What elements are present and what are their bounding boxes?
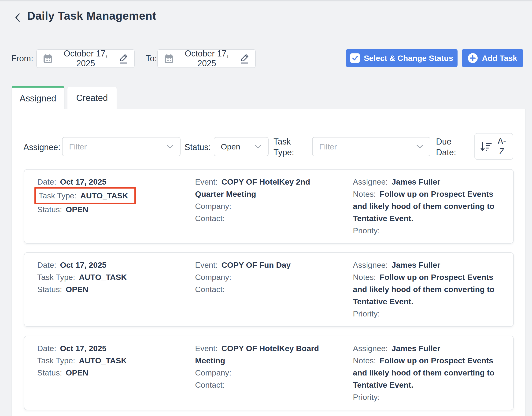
tab-created[interactable]: Created bbox=[67, 87, 117, 109]
tab-assigned-label: Assigned bbox=[20, 93, 56, 104]
task-type-line: Task Type:AUTO_TASK bbox=[37, 271, 168, 283]
task-type-line: Task Type:AUTO_TASK bbox=[37, 188, 168, 203]
to-date-picker[interactable]: October 17, 2025 bbox=[157, 49, 256, 68]
status-filter-value: Open bbox=[221, 142, 240, 151]
task-type-line: Task Type:AUTO_TASK bbox=[37, 354, 168, 367]
task-type-value: AUTO_TASK bbox=[80, 191, 128, 200]
notes-label: Notes: bbox=[353, 273, 376, 281]
chevron-left-icon bbox=[14, 12, 21, 23]
assignee-value: James Fuller bbox=[391, 261, 440, 269]
task-card[interactable]: Date:Oct 17, 2025 Task Type:AUTO_TASK St… bbox=[24, 252, 514, 327]
assignee-line: Assignee:James Fuller bbox=[353, 259, 503, 271]
add-task-button[interactable]: Add Task bbox=[462, 49, 523, 67]
page-title: Daily Task Management bbox=[27, 9, 156, 22]
date-label: Date: bbox=[37, 261, 56, 269]
assignee-filter-label: Assignee: bbox=[23, 142, 60, 152]
contact-line: Contact: bbox=[195, 379, 326, 391]
task-card-middle-column: Event:COPY OF HotelKey Board Meeting Com… bbox=[195, 342, 326, 403]
daily-task-management-page: Daily Task Management From: October 17, … bbox=[0, 0, 532, 416]
from-label: From: bbox=[11, 54, 33, 63]
priority-label: Priority: bbox=[353, 226, 380, 235]
tab-assigned[interactable]: Assigned bbox=[11, 86, 65, 109]
status-filter-dropdown[interactable]: Open bbox=[214, 137, 269, 156]
select-change-status-button[interactable]: Select & Change Status bbox=[346, 49, 457, 67]
task-card[interactable]: Date:Oct 17, 2025 Task Type:AUTO_TASK St… bbox=[24, 336, 514, 410]
contact-label: Contact: bbox=[195, 214, 225, 223]
status-line: Status:OPEN bbox=[37, 283, 168, 295]
notes-line: Notes:Follow up on Prospect Events and l… bbox=[353, 188, 503, 224]
event-line: Event:COPY OF HotelKey Board Meeting bbox=[195, 342, 326, 367]
assignee-line: Assignee:James Fuller bbox=[353, 342, 503, 354]
contact-label: Contact: bbox=[195, 380, 225, 389]
status-line: Status:OPEN bbox=[37, 203, 168, 215]
event-line: Event:COPY OF HotelKey 2nd Quarter Meeti… bbox=[195, 176, 326, 200]
task-card-middle-column: Event:COPY OF Fun Day Company: Contact: bbox=[195, 259, 326, 320]
calendar-icon bbox=[42, 53, 53, 64]
company-line: Company: bbox=[195, 367, 326, 379]
priority-line: Priority: bbox=[353, 308, 503, 320]
from-date-picker[interactable]: October 17, 2025 bbox=[36, 49, 135, 68]
task-type-label: Task Type: bbox=[39, 191, 76, 200]
company-line: Company: bbox=[195, 200, 326, 212]
priority-label: Priority: bbox=[353, 309, 380, 318]
task-card-right-column: Assignee:James Fuller Notes:Follow up on… bbox=[353, 176, 503, 237]
date-line: Date:Oct 17, 2025 bbox=[37, 259, 168, 271]
status-label: Status: bbox=[37, 205, 62, 214]
add-task-label: Add Task bbox=[482, 54, 517, 63]
date-line: Date:Oct 17, 2025 bbox=[37, 342, 168, 354]
event-label: Event: bbox=[195, 344, 218, 353]
select-change-status-label: Select & Change Status bbox=[364, 54, 453, 63]
assignee-filter-placeholder: Filter bbox=[69, 142, 87, 151]
task-card-right-column: Assignee:James Fuller Notes:Follow up on… bbox=[353, 342, 503, 403]
assignee-label: Assignee: bbox=[353, 177, 388, 186]
task-card-left-column: Date:Oct 17, 2025 Task Type:AUTO_TASK St… bbox=[37, 342, 168, 403]
to-label: To: bbox=[146, 54, 157, 63]
top-scrollbar-strip bbox=[0, 0, 532, 1]
edit-pencil-icon[interactable] bbox=[239, 53, 250, 64]
status-label: Status: bbox=[37, 368, 62, 377]
task-type-filter-placeholder: Filter bbox=[319, 142, 337, 151]
assignee-filter-dropdown[interactable]: Filter bbox=[62, 137, 180, 156]
status-label: Status: bbox=[37, 285, 62, 294]
task-type-highlight-box: Task Type:AUTO_TASK bbox=[34, 187, 136, 204]
task-type-label: Task Type: bbox=[37, 273, 75, 281]
priority-label: Priority: bbox=[353, 393, 380, 401]
task-card-middle-column: Event:COPY OF HotelKey 2nd Quarter Meeti… bbox=[195, 176, 326, 237]
back-button[interactable] bbox=[12, 12, 23, 23]
event-label: Event: bbox=[195, 177, 218, 186]
event-value: COPY OF Fun Day bbox=[221, 261, 291, 269]
status-filter-label: Status: bbox=[184, 142, 211, 152]
task-type-value: AUTO_TASK bbox=[79, 273, 127, 281]
company-label: Company: bbox=[195, 273, 231, 281]
status-line: Status:OPEN bbox=[37, 367, 168, 379]
edit-pencil-icon[interactable] bbox=[118, 53, 129, 64]
contact-line: Contact: bbox=[195, 283, 326, 295]
task-type-filter-dropdown[interactable]: Filter bbox=[312, 137, 430, 156]
due-date-sort-button[interactable]: A-Z bbox=[475, 133, 513, 160]
task-type-value: AUTO_TASK bbox=[79, 356, 127, 365]
assignee-value: James Fuller bbox=[391, 344, 440, 353]
contact-line: Contact: bbox=[195, 212, 326, 224]
sort-descending-icon bbox=[480, 140, 493, 153]
date-value: Oct 17, 2025 bbox=[60, 261, 106, 269]
company-label: Company: bbox=[195, 202, 231, 211]
date-value: Oct 17, 2025 bbox=[60, 344, 106, 353]
task-type-filter-label: Task Type: bbox=[274, 136, 304, 158]
assignee-label: Assignee: bbox=[353, 261, 388, 269]
priority-line: Priority: bbox=[353, 224, 503, 237]
assignee-line: Assignee:James Fuller bbox=[353, 176, 503, 188]
date-label: Date: bbox=[37, 177, 56, 186]
date-value: Oct 17, 2025 bbox=[60, 177, 106, 186]
sort-az-label: A-Z bbox=[495, 136, 508, 157]
company-line: Company: bbox=[195, 271, 326, 283]
chevron-down-icon bbox=[255, 145, 262, 149]
chevron-down-icon bbox=[416, 145, 423, 149]
task-card-right-column: Assignee:James Fuller Notes:Follow up on… bbox=[353, 259, 503, 320]
due-date-sort-label: Due Date: bbox=[436, 136, 469, 158]
task-card-left-column: Date:Oct 17, 2025 Task Type:AUTO_TASK St… bbox=[37, 259, 168, 320]
event-label: Event: bbox=[195, 261, 218, 269]
event-line: Event:COPY OF Fun Day bbox=[195, 259, 326, 271]
assignee-label: Assignee: bbox=[353, 344, 388, 353]
task-card[interactable]: Date:Oct 17, 2025 Task Type:AUTO_TASK St… bbox=[24, 169, 514, 244]
notes-label: Notes: bbox=[353, 190, 376, 198]
